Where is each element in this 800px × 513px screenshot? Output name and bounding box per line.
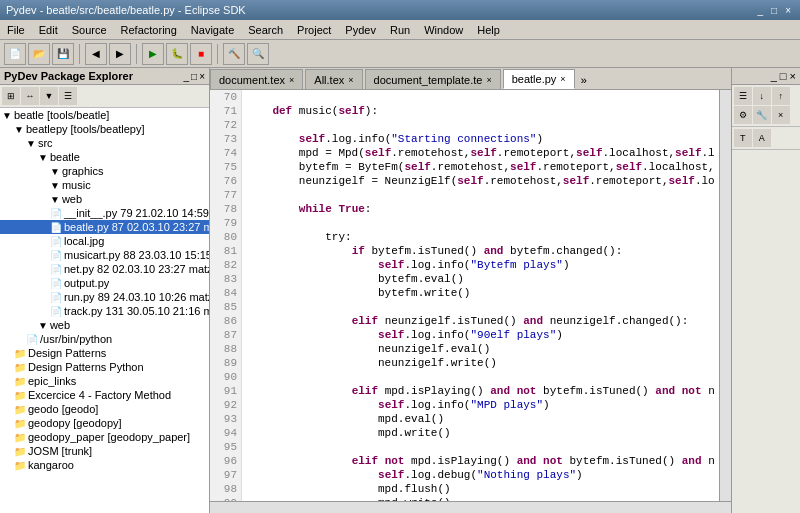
tab-label: document_template.te xyxy=(374,74,483,86)
tree-item[interactable]: ▼web xyxy=(0,318,209,332)
tree-item-label: output.py xyxy=(64,277,109,289)
menu-item-search[interactable]: Search xyxy=(241,22,290,38)
rp2-btn-1[interactable]: T xyxy=(734,129,752,147)
right-panel-maximize[interactable]: □ xyxy=(780,70,787,82)
panel-header-icons[interactable]: _ □ × xyxy=(184,71,205,82)
vertical-scrollbar[interactable] xyxy=(719,90,731,501)
build-button[interactable]: 🔨 xyxy=(223,43,245,65)
tree-item[interactable]: 📄__init__.py 79 21.02.10 14:59 ma... xyxy=(0,206,209,220)
code-editor[interactable]: 7071727374757677787980818283848586878889… xyxy=(210,90,731,501)
tab-all-tex[interactable]: All.tex× xyxy=(305,69,362,89)
menu-item-project[interactable]: Project xyxy=(290,22,338,38)
tree-item[interactable]: ▼src xyxy=(0,136,209,150)
menu-item-help[interactable]: Help xyxy=(470,22,507,38)
menu-item-run[interactable]: Run xyxy=(383,22,417,38)
tab-close-icon[interactable]: × xyxy=(289,75,294,85)
line-number: 85 xyxy=(210,300,241,314)
close-button[interactable]: × xyxy=(782,5,794,16)
tree-item[interactable]: ▼beatlepy [tools/beatlepy] xyxy=(0,122,209,136)
tab-close-icon[interactable]: × xyxy=(560,74,565,84)
tab-close-icon[interactable]: × xyxy=(486,75,491,85)
tab-beatle-py[interactable]: beatle.py× xyxy=(503,69,575,89)
tab-document-tex[interactable]: document.tex× xyxy=(210,69,303,89)
toolbar: 📄 📂 💾 ◀ ▶ ▶ 🐛 ■ 🔨 🔍 xyxy=(0,40,800,68)
back-button[interactable]: ◀ xyxy=(85,43,107,65)
tree-item[interactable]: 📄musicart.py 88 23.03.10 15:15 m... xyxy=(0,248,209,262)
menu-item-navigate[interactable]: Navigate xyxy=(184,22,241,38)
debug-button[interactable]: 🐛 xyxy=(166,43,188,65)
tree-item-icon: ▼ xyxy=(2,110,12,121)
tree-item[interactable]: 📁kangaroo xyxy=(0,458,209,472)
code-line xyxy=(246,216,715,230)
tree-item[interactable]: 📁Design Patterns xyxy=(0,346,209,360)
collapse-all-button[interactable]: ⊞ xyxy=(2,87,20,105)
code-line: elif not mpd.isPlaying() and not bytefm.… xyxy=(246,454,715,468)
tree-item[interactable]: 📄beatle.py 87 02.03.10 23:27 mat... xyxy=(0,220,209,234)
link-editor-button[interactable]: ↔ xyxy=(21,87,39,105)
menu-item-file[interactable]: File xyxy=(0,22,32,38)
tree-item[interactable]: 📄net.py 82 02.03.10 23:27 matze... xyxy=(0,262,209,276)
fwd-button[interactable]: ▶ xyxy=(109,43,131,65)
minimize-button[interactable]: _ xyxy=(755,5,767,16)
tab-overflow-button[interactable]: » xyxy=(577,73,592,89)
tree-item[interactable]: 📁geodopy [geodopy] xyxy=(0,416,209,430)
right-panel-close[interactable]: × xyxy=(790,70,796,82)
open-button[interactable]: 📂 xyxy=(28,43,50,65)
tree-item[interactable]: 📄local.jpg xyxy=(0,234,209,248)
titlebar: Pydev - beatle/src/beatle/beatle.py - Ec… xyxy=(0,0,800,20)
rp-btn-2[interactable]: ↓ xyxy=(753,87,771,105)
pkg-filter-button[interactable]: ▼ xyxy=(40,87,58,105)
rp-btn-4[interactable]: ⚙ xyxy=(734,106,752,124)
rp-btn-5[interactable]: 🔧 xyxy=(753,106,771,124)
code-line: mpd.eval() xyxy=(246,412,715,426)
tree-item[interactable]: ▼music xyxy=(0,178,209,192)
tree-item[interactable]: ▼web xyxy=(0,192,209,206)
right-panel-controls[interactable]: _ □ × xyxy=(771,70,796,82)
tab-close-icon[interactable]: × xyxy=(348,75,353,85)
line-number: 96 xyxy=(210,454,241,468)
tab-document-template-te[interactable]: document_template.te× xyxy=(365,69,501,89)
stop-button[interactable]: ■ xyxy=(190,43,212,65)
tree-item[interactable]: 📁Design Patterns Python xyxy=(0,360,209,374)
tree-item[interactable]: 📁geodo [geodo] xyxy=(0,402,209,416)
menu-item-refactoring[interactable]: Refactoring xyxy=(114,22,184,38)
new-button[interactable]: 📄 xyxy=(4,43,26,65)
tree-item[interactable]: 📄output.py xyxy=(0,276,209,290)
tree-item[interactable]: 📄track.py 131 30.05.10 21:16 ma... xyxy=(0,304,209,318)
tree-item[interactable]: 📁epic_links xyxy=(0,374,209,388)
menu-item-edit[interactable]: Edit xyxy=(32,22,65,38)
maximize-panel-icon[interactable]: □ xyxy=(191,71,197,82)
horizontal-scrollbar[interactable] xyxy=(210,501,731,513)
minimize-panel-icon[interactable]: _ xyxy=(184,71,190,82)
search-button[interactable]: 🔍 xyxy=(247,43,269,65)
maximize-button[interactable]: □ xyxy=(768,5,780,16)
tree-item[interactable]: 📄run.py 89 24.03.10 10:26 matze... xyxy=(0,290,209,304)
line-number: 72 xyxy=(210,118,241,132)
line-number: 98 xyxy=(210,482,241,496)
menu-item-pydev[interactable]: Pydev xyxy=(338,22,383,38)
tree-item[interactable]: ▼beatle xyxy=(0,150,209,164)
tree-item[interactable]: ▼beatle [tools/beatle] xyxy=(0,108,209,122)
save-button[interactable]: 💾 xyxy=(52,43,74,65)
tree-item[interactable]: 📁JOSM [trunk] xyxy=(0,444,209,458)
tree-item[interactable]: 📄/usr/bin/python xyxy=(0,332,209,346)
code-line: self.log.info("Bytefm plays") xyxy=(246,258,715,272)
pkg-menu-button[interactable]: ☰ xyxy=(59,87,77,105)
rp-btn-1[interactable]: ☰ xyxy=(734,87,752,105)
rp2-btn-2[interactable]: A xyxy=(753,129,771,147)
run-button[interactable]: ▶ xyxy=(142,43,164,65)
menubar: FileEditSourceRefactoringNavigateSearchP… xyxy=(0,20,800,40)
right-panel-minimize[interactable]: _ xyxy=(771,70,777,82)
code-content[interactable]: def music(self): self.log.info("Starting… xyxy=(242,90,719,501)
tree-item[interactable]: 📁Excercice 4 - Factory Method xyxy=(0,388,209,402)
tree-item[interactable]: 📁geodopy_paper [geodopy_paper] xyxy=(0,430,209,444)
line-number: 78 xyxy=(210,202,241,216)
rp-btn-6[interactable]: × xyxy=(772,106,790,124)
close-panel-icon[interactable]: × xyxy=(199,71,205,82)
code-line: bytefm = ByteFm(self.remotehost,self.rem… xyxy=(246,160,715,174)
window-controls[interactable]: _ □ × xyxy=(755,5,794,16)
tree-item[interactable]: ▼graphics xyxy=(0,164,209,178)
rp-btn-3[interactable]: ↑ xyxy=(772,87,790,105)
menu-item-source[interactable]: Source xyxy=(65,22,114,38)
menu-item-window[interactable]: Window xyxy=(417,22,470,38)
